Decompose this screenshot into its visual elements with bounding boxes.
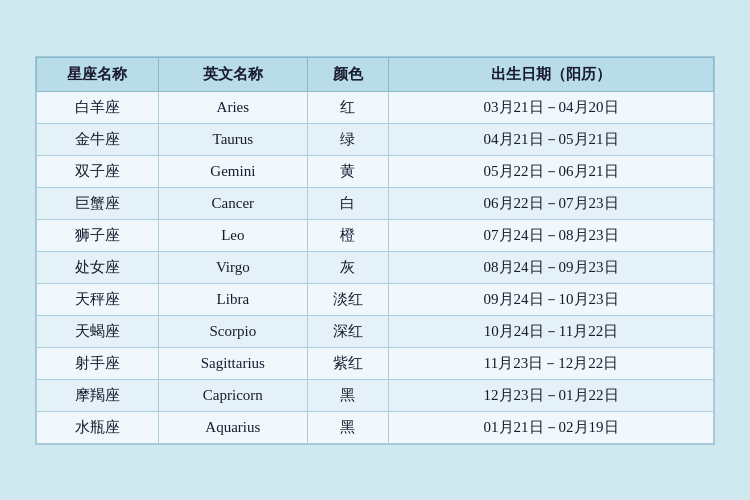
cell-chinese: 天蝎座 bbox=[37, 315, 159, 347]
cell-color: 红 bbox=[307, 91, 388, 123]
zodiac-table-container: 星座名称 英文名称 颜色 出生日期（阳历） 白羊座Aries红03月21日－04… bbox=[35, 56, 715, 445]
cell-chinese: 天秤座 bbox=[37, 283, 159, 315]
cell-english: Aries bbox=[158, 91, 307, 123]
table-row: 金牛座Taurus绿04月21日－05月21日 bbox=[37, 123, 714, 155]
cell-date: 11月23日－12月22日 bbox=[389, 347, 714, 379]
cell-english: Cancer bbox=[158, 187, 307, 219]
cell-color: 黑 bbox=[307, 379, 388, 411]
cell-color: 黑 bbox=[307, 411, 388, 443]
cell-english: Leo bbox=[158, 219, 307, 251]
cell-color: 淡红 bbox=[307, 283, 388, 315]
cell-date: 06月22日－07月23日 bbox=[389, 187, 714, 219]
cell-color: 紫红 bbox=[307, 347, 388, 379]
table-body: 白羊座Aries红03月21日－04月20日金牛座Taurus绿04月21日－0… bbox=[37, 91, 714, 443]
table-row: 巨蟹座Cancer白06月22日－07月23日 bbox=[37, 187, 714, 219]
table-row: 白羊座Aries红03月21日－04月20日 bbox=[37, 91, 714, 123]
cell-english: Taurus bbox=[158, 123, 307, 155]
cell-date: 01月21日－02月19日 bbox=[389, 411, 714, 443]
zodiac-table: 星座名称 英文名称 颜色 出生日期（阳历） 白羊座Aries红03月21日－04… bbox=[36, 57, 714, 444]
cell-color: 深红 bbox=[307, 315, 388, 347]
cell-color: 白 bbox=[307, 187, 388, 219]
table-row: 双子座Gemini黄05月22日－06月21日 bbox=[37, 155, 714, 187]
cell-date: 04月21日－05月21日 bbox=[389, 123, 714, 155]
cell-chinese: 巨蟹座 bbox=[37, 187, 159, 219]
cell-date: 10月24日－11月22日 bbox=[389, 315, 714, 347]
cell-color: 绿 bbox=[307, 123, 388, 155]
table-row: 射手座Sagittarius紫红11月23日－12月22日 bbox=[37, 347, 714, 379]
cell-color: 黄 bbox=[307, 155, 388, 187]
cell-english: Gemini bbox=[158, 155, 307, 187]
header-chinese-name: 星座名称 bbox=[37, 57, 159, 91]
cell-date: 03月21日－04月20日 bbox=[389, 91, 714, 123]
header-english-name: 英文名称 bbox=[158, 57, 307, 91]
table-row: 狮子座Leo橙07月24日－08月23日 bbox=[37, 219, 714, 251]
table-row: 天蝎座Scorpio深红10月24日－11月22日 bbox=[37, 315, 714, 347]
table-header-row: 星座名称 英文名称 颜色 出生日期（阳历） bbox=[37, 57, 714, 91]
cell-english: Libra bbox=[158, 283, 307, 315]
cell-chinese: 水瓶座 bbox=[37, 411, 159, 443]
header-date: 出生日期（阳历） bbox=[389, 57, 714, 91]
cell-date: 12月23日－01月22日 bbox=[389, 379, 714, 411]
table-row: 天秤座Libra淡红09月24日－10月23日 bbox=[37, 283, 714, 315]
table-row: 处女座Virgo灰08月24日－09月23日 bbox=[37, 251, 714, 283]
cell-chinese: 摩羯座 bbox=[37, 379, 159, 411]
cell-english: Scorpio bbox=[158, 315, 307, 347]
header-color: 颜色 bbox=[307, 57, 388, 91]
cell-date: 08月24日－09月23日 bbox=[389, 251, 714, 283]
cell-date: 05月22日－06月21日 bbox=[389, 155, 714, 187]
cell-chinese: 射手座 bbox=[37, 347, 159, 379]
cell-english: Sagittarius bbox=[158, 347, 307, 379]
cell-color: 橙 bbox=[307, 219, 388, 251]
cell-english: Virgo bbox=[158, 251, 307, 283]
table-row: 摩羯座Capricorn黑12月23日－01月22日 bbox=[37, 379, 714, 411]
cell-date: 09月24日－10月23日 bbox=[389, 283, 714, 315]
cell-chinese: 双子座 bbox=[37, 155, 159, 187]
table-row: 水瓶座Aquarius黑01月21日－02月19日 bbox=[37, 411, 714, 443]
cell-color: 灰 bbox=[307, 251, 388, 283]
cell-english: Capricorn bbox=[158, 379, 307, 411]
cell-english: Aquarius bbox=[158, 411, 307, 443]
cell-chinese: 处女座 bbox=[37, 251, 159, 283]
cell-chinese: 狮子座 bbox=[37, 219, 159, 251]
cell-chinese: 金牛座 bbox=[37, 123, 159, 155]
cell-date: 07月24日－08月23日 bbox=[389, 219, 714, 251]
cell-chinese: 白羊座 bbox=[37, 91, 159, 123]
